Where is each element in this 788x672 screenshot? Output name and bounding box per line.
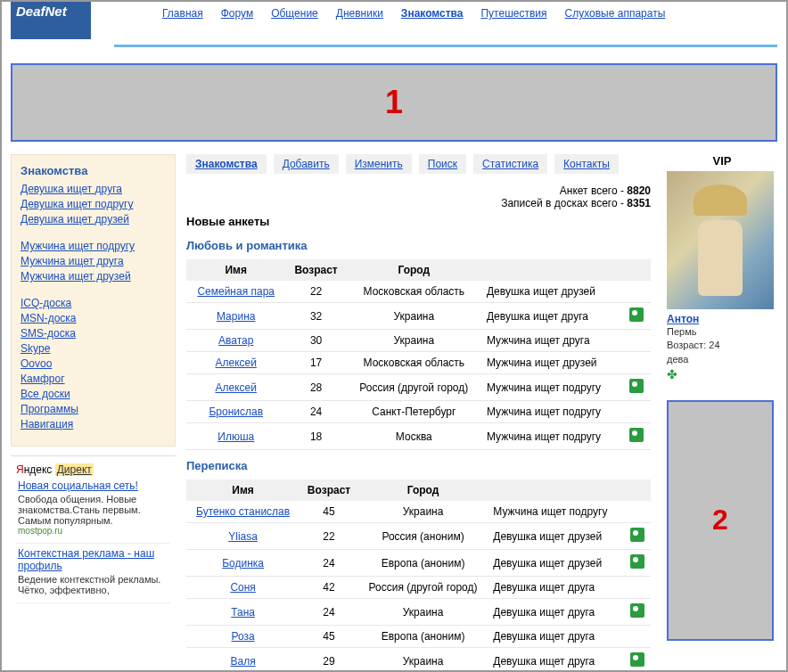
profile-link[interactable]: Бодинка [222,557,264,570]
table-row: Валя29УкраинаДевушка ищет друга [186,648,651,673]
profile-link[interactable]: Соня [230,581,255,594]
sidebar-link-g3-0[interactable]: ICQ-доска [21,297,166,309]
nav-4[interactable]: Знакомства [401,7,464,20]
table-row: Бронислав24Санкт-ПетербургМужчина ищет п… [186,401,651,423]
header-divider [114,45,777,47]
top-nav: ГлавнаяФорумОбщениеДневникиЗнакомстваПут… [91,2,777,20]
photo-icon[interactable] [629,428,644,442]
sidebar-link-g3-3[interactable]: Skype [21,342,166,355]
banner-top-label: 1 [385,84,403,121]
nav-5[interactable]: Путешествия [480,7,546,20]
nav-1[interactable]: Форум [221,7,253,20]
profile-link[interactable]: Илюша [218,430,254,443]
subnav-4[interactable]: Статистика [473,154,547,174]
ad-src-0: mostpop.ru [18,526,168,536]
table-row: Алексей28Россия (другой город)Мужчина ищ… [186,374,651,401]
th-age: Возраст [300,479,358,501]
profile-link[interactable]: Алексей [216,381,257,394]
profile-link[interactable]: Тана [231,606,255,619]
nav-6[interactable]: Слуховые аппараты [565,7,666,20]
th-city: Город [347,259,481,281]
sidebar-link-g2-1[interactable]: Мужчина ищет друга [21,255,166,267]
sidebar-link-g1-0[interactable]: Девушка ищет друга [21,183,166,195]
sidebar-link-g3-5[interactable]: Камфрог [21,373,166,385]
profile-link[interactable]: Бутенко станислав [196,505,290,518]
nav-0[interactable]: Главная [162,7,203,20]
profile-link[interactable]: Бронислав [209,406,263,418]
sidebar-link-g3-4[interactable]: Oovoo [21,357,166,370]
ad-title-1[interactable]: Контекстная реклама - наш профиль [18,547,168,572]
table-love: Имя Возраст Город Семейная пара22Московс… [186,259,651,450]
banner-side[interactable]: 2 [667,400,774,641]
photo-icon[interactable] [630,603,644,618]
table-row: Аватар30УкраинаМужчина ищет друга [186,330,651,352]
subnav-1[interactable]: Добавить [274,154,339,174]
banner-top[interactable]: 1 [11,63,777,142]
table-row: Семейная пара22Московская областьДевушка… [186,281,651,303]
ad-desc-0: Свобода общения. Новые знакомства.Стань … [18,494,168,526]
clover-icon: ✤ [667,367,677,381]
profile-link[interactable]: Алексей [216,356,257,369]
photo-icon[interactable] [629,379,644,393]
ad-1: Контекстная реклама - наш профильВедение… [16,544,170,603]
subnav-5[interactable]: Контакты [554,154,619,174]
ad-title-0[interactable]: Новая социальная сеть! [18,479,168,492]
th-age: Возраст [285,259,346,281]
nav-3[interactable]: Дневники [336,7,383,20]
photo-icon[interactable] [630,554,644,569]
category-title-1: Любовь и романтика [186,239,651,252]
vip-name-link[interactable]: Антон [667,313,777,325]
sidebar-link-g1-1[interactable]: Девушка ищет подругу [21,198,166,210]
sidebar-link-g3-1[interactable]: MSN-доска [21,312,166,324]
vip-photo[interactable] [667,171,774,309]
table-correspondence: Имя Возраст Город Бутенко станислав45Укр… [186,479,651,672]
th-name: Имя [186,259,285,281]
ad-desc-1: Ведение контекстной рекламы. Чётко, эффе… [18,574,168,595]
table-row: Тана24УкраинаДевушка ищет друга [186,599,651,626]
profile-link[interactable]: Марина [217,310,255,323]
sidebar-link-g3-6[interactable]: Все доски [21,388,166,400]
subnav-0[interactable]: Знакомства [186,154,267,174]
sidebar-link-g2-0[interactable]: Мужчина ищет подругу [21,240,166,252]
table-row: Марина32УкраинаДевушка ищет друга [186,303,651,330]
stats-block: Анкет всего - 8820 Записей в досках всег… [186,184,651,209]
table-row: Yliasa22Россия (аноним)Девушка ищет друз… [186,523,651,550]
sidebar-link-g3-2[interactable]: SMS-доска [21,327,166,340]
sub-nav: ЗнакомстваДобавитьИзменитьПоискСтатистик… [186,154,651,174]
photo-icon[interactable] [630,528,644,542]
profile-link[interactable]: Аватар [218,334,253,347]
profile-link[interactable]: Yliasa [228,530,258,543]
photo-icon[interactable] [630,652,644,667]
yandex-direct-link[interactable]: Директ [55,463,94,476]
profile-link[interactable]: Валя [231,655,256,668]
sidebar-menu: Знакомства Девушка ищет другаДевушка ище… [11,154,176,447]
subnav-3[interactable]: Поиск [419,154,466,174]
subnav-2[interactable]: Изменить [346,154,412,174]
vip-meta: Пермь Возраст: 24 дева ✤ [667,325,777,384]
banner-side-label: 2 [712,504,728,537]
sidebar-title: Знакомства [21,164,166,177]
th-name: Имя [186,479,300,501]
yandex-ndex: ндекс [24,463,53,476]
yandex-y: Я [16,463,24,476]
profile-link[interactable]: Роза [232,630,255,643]
vip-label: VIP [667,154,777,168]
yandex-direct-block: Яндекс Директ Новая социальная сеть!Своб… [11,455,176,603]
sidebar-link-g3-7[interactable]: Программы [21,403,166,415]
table-row: Бодинка24Европа (аноним)Девушка ищет дру… [186,550,651,577]
site-logo[interactable]: DeafNet [11,2,91,39]
th-city: Город [358,479,488,501]
table-row: Алексей17Московская областьМужчина ищет … [186,352,651,374]
nav-2[interactable]: Общение [271,7,318,20]
table-row: Соня42Россия (другой город)Девушка ищет … [186,577,651,599]
sidebar-link-g2-2[interactable]: Мужчина ищет друзей [21,270,166,283]
table-row: Илюша18МоскваМужчина ищет подругу [186,423,651,450]
photo-icon[interactable] [629,307,644,322]
category-title-2: Переписка [186,459,651,472]
section-new-title: Новые анкеты [186,215,651,228]
table-row: Бутенко станислав45УкраинаМужчина ищет п… [186,501,651,523]
sidebar-link-g1-2[interactable]: Девушка ищет друзей [21,213,166,225]
table-row: Роза45Европа (аноним)Девушка ищет друга [186,626,651,648]
sidebar-link-g3-8[interactable]: Навигация [21,418,166,430]
profile-link[interactable]: Семейная пара [197,285,275,298]
